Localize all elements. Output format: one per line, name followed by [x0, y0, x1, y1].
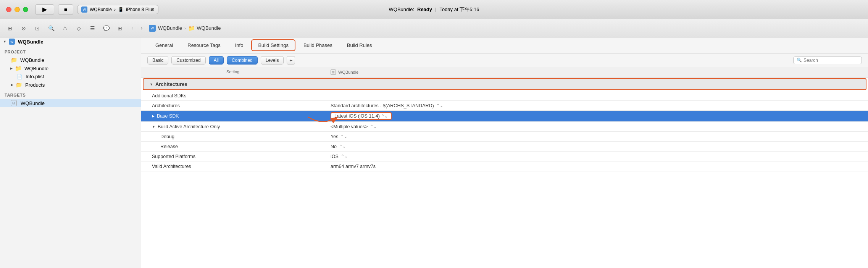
comment-icon: 💬	[103, 25, 110, 31]
architectures-label: Architectures	[152, 103, 180, 108]
project-icon: W	[9, 39, 15, 45]
tab-resource-tags[interactable]: Resource Tags	[181, 40, 227, 51]
sidebar-toggle-button[interactable]: ⊞	[5, 23, 15, 34]
base-sdk-label: Base SDK	[157, 113, 179, 119]
architectures-section-header[interactable]: ▼ Architectures	[143, 78, 866, 90]
folder-wqbundle-icon: 📁	[15, 65, 21, 71]
triangle-products-icon: ▶	[11, 83, 13, 87]
warning-button[interactable]: ⚠	[60, 23, 70, 34]
maximize-button[interactable]	[23, 7, 28, 12]
table-row: Debug Yes ⌃⌄	[141, 132, 868, 142]
valid-architectures-value: arm64 armv7 armv7s	[331, 164, 376, 169]
setting-name-architectures: Architectures	[141, 102, 324, 110]
filter-all-label: All	[214, 58, 219, 63]
grid-icon: ⊞	[118, 25, 122, 31]
filter-basic-button[interactable]: Basic	[147, 56, 168, 65]
nav-forward-button[interactable]: ›	[137, 24, 146, 32]
sidebar-infoplist-label: Info.plist	[26, 74, 44, 79]
filter-customized-button[interactable]: Customized	[171, 56, 205, 65]
close-button[interactable]	[6, 7, 11, 12]
search-button[interactable]: 🔍	[46, 23, 56, 34]
table-row: Architectures Standard architectures - $…	[141, 101, 868, 111]
breadcrumb-project[interactable]: WQBundle	[158, 25, 182, 31]
source-control-button[interactable]: ◇	[73, 23, 84, 34]
tab-build-phases[interactable]: Build Phases	[297, 40, 339, 51]
release-stepper-icon[interactable]: ⌃⌄	[339, 144, 346, 149]
sidebar-item-wqbundle-expand[interactable]: ▶ 📁 WQBundle	[0, 64, 141, 73]
filter-all-button[interactable]: All	[209, 56, 224, 65]
target-icon: ⊡	[11, 100, 17, 106]
folder-products-icon: 📁	[16, 82, 22, 88]
status-project: WQBundle:	[389, 6, 414, 12]
table-row[interactable]: ▶ Base SDK Latest iOS (iOS 11.4) ⌃⌄	[141, 111, 868, 122]
filter-combined-button[interactable]: Combined	[227, 56, 258, 65]
sidebar-item-target-wqbundle[interactable]: ⊡ WQBundle	[0, 99, 141, 107]
setting-name-release: Release	[141, 142, 324, 151]
tab-info[interactable]: Info	[229, 40, 250, 51]
sidebar-item-infoplist[interactable]: 📄 Info.plist	[0, 73, 141, 81]
section-title-architectures: Architectures	[155, 81, 187, 87]
scheme-icon: W	[81, 6, 87, 13]
sidebar-item-products[interactable]: ▶ 📁 Products	[0, 81, 141, 89]
sidebar-item-project[interactable]: 📁 WQBundle	[0, 56, 141, 64]
add-icon: +	[289, 57, 292, 63]
header-setting-col: Setting	[141, 69, 324, 76]
sidebar-item-root-project[interactable]: ▼ W WQBundle	[0, 37, 141, 46]
search-box: 🔍	[793, 57, 862, 64]
setting-value-architectures: Standard architectures - $(ARCHS_STANDAR…	[324, 102, 868, 110]
tab-build-settings[interactable]: Build Settings	[251, 39, 295, 51]
filter-levels-button[interactable]: Levels	[261, 56, 284, 65]
tab-build-rules[interactable]: Build Rules	[340, 40, 379, 51]
table-row: Release No ⌃⌄	[141, 142, 868, 152]
scheme-selector[interactable]: W WQBundle › 📱 iPhone 8 Plus	[77, 5, 158, 14]
breadcrumb: W WQBundle › 📁 WQBundle	[149, 25, 221, 32]
run-button[interactable]: ▶	[35, 4, 54, 15]
grid-button[interactable]: ⊞	[115, 23, 125, 34]
breadcrumb-separator: ›	[184, 26, 186, 31]
setting-value-additional-sdks	[324, 94, 868, 97]
title-divider: |	[435, 6, 436, 12]
setting-value-release: No ⌃⌄	[324, 142, 868, 151]
main-layout: ▼ W WQBundle PROJECT 📁 WQBundle ▶ 📁 WQBu…	[0, 37, 868, 268]
minimize-button[interactable]	[15, 7, 20, 12]
breakpoint-icon: ⊘	[21, 25, 26, 31]
tab-build-rules-label: Build Rules	[347, 42, 372, 48]
window-title: WQBundle: Ready | Today at 下午5:16	[389, 6, 479, 13]
hierarchy-button[interactable]: ⊡	[32, 23, 43, 34]
breakpoint-button[interactable]: ⊘	[18, 23, 29, 34]
nav-back-button[interactable]: ‹	[128, 24, 137, 32]
search-input[interactable]	[803, 58, 858, 63]
tab-info-label: Info	[235, 42, 244, 48]
setting-name-base-sdk: ▶ Base SDK	[141, 112, 324, 120]
architectures-stepper-icon[interactable]: ⌃⌄	[436, 103, 443, 108]
setting-name-build-active-arch: ▼ Build Active Architecture Only	[141, 123, 324, 131]
settings-header: Setting ⊡ WQBundle	[141, 67, 868, 77]
row-triangle-icon: ▶	[152, 114, 155, 118]
triangle-right-icon: ▶	[10, 66, 13, 70]
tab-general[interactable]: General	[149, 40, 179, 51]
breadcrumb-item[interactable]: WQBundle	[197, 25, 221, 31]
section-triangle-icon: ▼	[150, 82, 153, 86]
warning-icon: ⚠	[63, 25, 68, 31]
setting-value-build-active-arch: <Multiple values> ⌃⌄	[324, 123, 868, 131]
section-project-label: PROJECT	[0, 46, 141, 56]
device-icon: 📱	[118, 7, 124, 12]
debug-stepper-icon[interactable]: ⌃⌄	[340, 134, 347, 139]
base-sdk-stepper-icon[interactable]: ⌃⌄	[381, 114, 388, 118]
list-button[interactable]: ☰	[87, 23, 98, 34]
stop-button[interactable]: ■	[58, 4, 73, 15]
search-icon: 🔍	[48, 25, 55, 31]
filter-add-button[interactable]: +	[287, 56, 295, 65]
stop-icon: ■	[64, 6, 67, 13]
setting-value-debug: Yes ⌃⌄	[324, 132, 868, 141]
list-icon: ☰	[90, 25, 95, 31]
supported-platforms-stepper-icon[interactable]: ⌃⌄	[341, 154, 348, 159]
setting-name-valid-architectures: Valid Architectures	[141, 162, 324, 171]
comment-button[interactable]: 💬	[101, 23, 111, 34]
setting-name-additional-sdks: Additional SDKs	[141, 92, 324, 100]
setting-value-valid-architectures: arm64 armv7 armv7s	[324, 162, 868, 171]
source-control-icon: ◇	[77, 25, 81, 31]
architectures-value: Standard architectures - $(ARCHS_STANDAR…	[331, 103, 434, 108]
sidebar-wqbundle-label: WQBundle	[24, 66, 48, 71]
build-active-arch-stepper-icon[interactable]: ⌃⌄	[370, 124, 377, 129]
